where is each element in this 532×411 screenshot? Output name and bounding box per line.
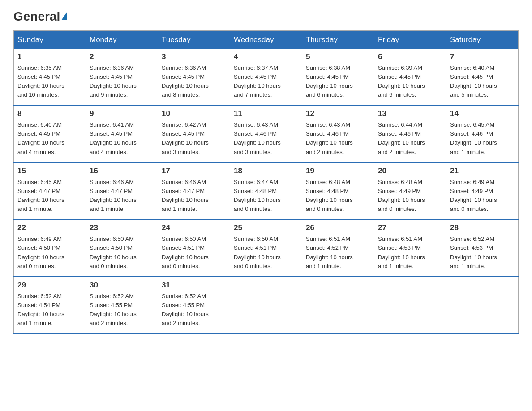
day-number: 5	[306, 52, 370, 61]
day-info: Sunrise: 6:43 AM Sunset: 4:46 PM Dayligh…	[306, 120, 370, 157]
day-info: Sunrise: 6:50 AM Sunset: 4:51 PM Dayligh…	[162, 235, 226, 271]
day-info: Sunrise: 6:50 AM Sunset: 4:51 PM Dayligh…	[234, 235, 298, 271]
day-info: Sunrise: 6:48 AM Sunset: 4:48 PM Dayligh…	[306, 178, 370, 214]
day-info: Sunrise: 6:47 AM Sunset: 4:48 PM Dayligh…	[234, 178, 298, 214]
calendar-cell: 23 Sunrise: 6:50 AM Sunset: 4:50 PM Dayl…	[86, 219, 158, 277]
day-info: Sunrise: 6:43 AM Sunset: 4:46 PM Dayligh…	[234, 120, 298, 157]
day-number: 28	[450, 223, 515, 232]
calendar-cell: 19 Sunrise: 6:48 AM Sunset: 4:48 PM Dayl…	[302, 163, 374, 220]
day-number: 26	[306, 223, 370, 232]
calendar-week-2: 8 Sunrise: 6:40 AM Sunset: 4:45 PM Dayli…	[14, 105, 519, 163]
day-info: Sunrise: 6:45 AM Sunset: 4:46 PM Dayligh…	[450, 120, 515, 157]
calendar-cell: 30 Sunrise: 6:52 AM Sunset: 4:55 PM Dayl…	[86, 277, 158, 334]
day-number: 25	[234, 223, 298, 232]
day-number: 13	[378, 109, 442, 118]
calendar-cell: 15 Sunrise: 6:45 AM Sunset: 4:47 PM Dayl…	[14, 163, 86, 220]
column-header-tuesday: Tuesday	[158, 30, 230, 49]
day-info: Sunrise: 6:46 AM Sunset: 4:47 PM Dayligh…	[90, 178, 154, 214]
day-number: 30	[90, 281, 154, 290]
calendar-week-5: 29 Sunrise: 6:52 AM Sunset: 4:54 PM Dayl…	[14, 277, 519, 334]
calendar-cell: 17 Sunrise: 6:46 AM Sunset: 4:47 PM Dayl…	[158, 163, 230, 220]
calendar-cell	[230, 277, 302, 334]
calendar-cell: 24 Sunrise: 6:50 AM Sunset: 4:51 PM Dayl…	[158, 219, 230, 277]
day-info: Sunrise: 6:41 AM Sunset: 4:45 PM Dayligh…	[90, 120, 154, 157]
day-number: 3	[162, 52, 226, 61]
column-header-thursday: Thursday	[302, 30, 374, 49]
day-info: Sunrise: 6:49 AM Sunset: 4:50 PM Dayligh…	[17, 235, 82, 271]
calendar-cell: 25 Sunrise: 6:50 AM Sunset: 4:51 PM Dayl…	[230, 219, 302, 277]
day-number: 15	[17, 167, 82, 176]
calendar-cell	[446, 277, 519, 334]
day-info: Sunrise: 6:48 AM Sunset: 4:49 PM Dayligh…	[378, 178, 442, 214]
logo-stacked: General	[13, 9, 67, 22]
day-info: Sunrise: 6:35 AM Sunset: 4:45 PM Dayligh…	[17, 64, 82, 100]
calendar-cell: 26 Sunrise: 6:51 AM Sunset: 4:52 PM Dayl…	[302, 219, 374, 277]
day-info: Sunrise: 6:40 AM Sunset: 4:45 PM Dayligh…	[17, 120, 82, 157]
calendar-cell: 22 Sunrise: 6:49 AM Sunset: 4:50 PM Dayl…	[14, 219, 86, 277]
day-info: Sunrise: 6:38 AM Sunset: 4:45 PM Dayligh…	[306, 64, 370, 100]
calendar-cell: 4 Sunrise: 6:37 AM Sunset: 4:45 PM Dayli…	[230, 49, 302, 106]
day-number: 19	[306, 167, 370, 176]
day-info: Sunrise: 6:52 AM Sunset: 4:55 PM Dayligh…	[162, 292, 226, 328]
calendar-cell: 18 Sunrise: 6:47 AM Sunset: 4:48 PM Dayl…	[230, 163, 302, 220]
day-number: 20	[378, 167, 442, 176]
calendar-cell: 16 Sunrise: 6:46 AM Sunset: 4:47 PM Dayl…	[86, 163, 158, 220]
page-header: General	[13, 9, 519, 22]
day-number: 6	[378, 52, 442, 61]
calendar-cell	[374, 277, 446, 334]
column-header-friday: Friday	[374, 30, 446, 49]
day-info: Sunrise: 6:36 AM Sunset: 4:45 PM Dayligh…	[90, 64, 154, 100]
day-info: Sunrise: 6:51 AM Sunset: 4:53 PM Dayligh…	[378, 235, 442, 271]
day-number: 18	[234, 167, 298, 176]
calendar-cell: 20 Sunrise: 6:48 AM Sunset: 4:49 PM Dayl…	[374, 163, 446, 220]
calendar-cell: 3 Sunrise: 6:36 AM Sunset: 4:45 PM Dayli…	[158, 49, 230, 106]
day-info: Sunrise: 6:52 AM Sunset: 4:54 PM Dayligh…	[17, 292, 82, 328]
day-info: Sunrise: 6:39 AM Sunset: 4:45 PM Dayligh…	[378, 64, 442, 100]
day-info: Sunrise: 6:52 AM Sunset: 4:55 PM Dayligh…	[90, 292, 154, 328]
day-number: 21	[450, 167, 515, 176]
day-number: 22	[17, 223, 82, 232]
column-header-saturday: Saturday	[446, 30, 519, 49]
day-info: Sunrise: 6:37 AM Sunset: 4:45 PM Dayligh…	[234, 64, 298, 100]
day-number: 24	[162, 223, 226, 232]
calendar-cell: 11 Sunrise: 6:43 AM Sunset: 4:46 PM Dayl…	[230, 105, 302, 163]
calendar-cell: 5 Sunrise: 6:38 AM Sunset: 4:45 PM Dayli…	[302, 49, 374, 106]
logo-arrow-icon	[61, 12, 67, 20]
day-info: Sunrise: 6:46 AM Sunset: 4:47 PM Dayligh…	[162, 178, 226, 214]
day-info: Sunrise: 6:50 AM Sunset: 4:50 PM Dayligh…	[90, 235, 154, 271]
calendar-cell: 13 Sunrise: 6:44 AM Sunset: 4:46 PM Dayl…	[374, 105, 446, 163]
calendar-cell: 7 Sunrise: 6:40 AM Sunset: 4:45 PM Dayli…	[446, 49, 519, 106]
day-number: 8	[17, 109, 82, 118]
calendar-week-4: 22 Sunrise: 6:49 AM Sunset: 4:50 PM Dayl…	[14, 219, 519, 277]
calendar-cell: 31 Sunrise: 6:52 AM Sunset: 4:55 PM Dayl…	[158, 277, 230, 334]
day-number: 12	[306, 109, 370, 118]
day-number: 17	[162, 167, 226, 176]
day-info: Sunrise: 6:44 AM Sunset: 4:46 PM Dayligh…	[378, 120, 442, 157]
day-number: 27	[378, 223, 442, 232]
calendar-cell: 27 Sunrise: 6:51 AM Sunset: 4:53 PM Dayl…	[374, 219, 446, 277]
calendar-cell: 6 Sunrise: 6:39 AM Sunset: 4:45 PM Dayli…	[374, 49, 446, 106]
calendar-table: SundayMondayTuesdayWednesdayThursdayFrid…	[13, 30, 519, 334]
calendar-week-1: 1 Sunrise: 6:35 AM Sunset: 4:45 PM Dayli…	[14, 49, 519, 106]
day-number: 14	[450, 109, 515, 118]
column-header-wednesday: Wednesday	[230, 30, 302, 49]
day-number: 16	[90, 167, 154, 176]
day-number: 23	[90, 223, 154, 232]
day-number: 10	[162, 109, 226, 118]
day-info: Sunrise: 6:52 AM Sunset: 4:53 PM Dayligh…	[450, 235, 515, 271]
day-number: 7	[450, 52, 515, 61]
day-number: 9	[90, 109, 154, 118]
day-number: 4	[234, 52, 298, 61]
day-number: 31	[162, 281, 226, 290]
calendar-cell: 28 Sunrise: 6:52 AM Sunset: 4:53 PM Dayl…	[446, 219, 519, 277]
day-info: Sunrise: 6:36 AM Sunset: 4:45 PM Dayligh…	[162, 64, 226, 100]
calendar-cell: 2 Sunrise: 6:36 AM Sunset: 4:45 PM Dayli…	[86, 49, 158, 106]
calendar-cell: 29 Sunrise: 6:52 AM Sunset: 4:54 PM Dayl…	[14, 277, 86, 334]
day-number: 2	[90, 52, 154, 61]
day-info: Sunrise: 6:51 AM Sunset: 4:52 PM Dayligh…	[306, 235, 370, 271]
calendar-cell: 14 Sunrise: 6:45 AM Sunset: 4:46 PM Dayl…	[446, 105, 519, 163]
day-number: 29	[17, 281, 82, 290]
day-info: Sunrise: 6:42 AM Sunset: 4:45 PM Dayligh…	[162, 120, 226, 157]
day-number: 11	[234, 109, 298, 118]
day-info: Sunrise: 6:40 AM Sunset: 4:45 PM Dayligh…	[450, 64, 515, 100]
